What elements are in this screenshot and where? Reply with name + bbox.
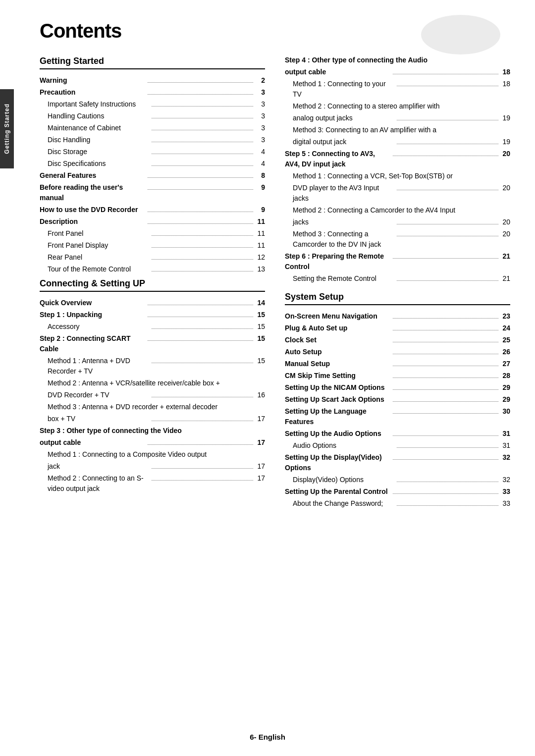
side-tab: Getting Started (0, 89, 14, 168)
toc-dots (152, 130, 254, 130)
toc-entry: Accessory15 (40, 322, 265, 332)
toc-label: DVD player to the AV3 Input jacks (293, 183, 395, 204)
toc-page: 20 (500, 217, 510, 227)
toc-page: 31 (500, 429, 510, 439)
toc-entry: Method 2 : Connecting to an S-video outp… (40, 473, 265, 494)
toc-label: On-Screen Menu Navigation (285, 311, 391, 322)
toc-dots (393, 459, 499, 460)
toc-label: digital output jack (293, 137, 395, 147)
toc-dots (152, 154, 254, 154)
toc-entry: About the Change Password;33 (285, 498, 510, 509)
toc-page: 17 (255, 473, 265, 484)
toc-system-setup: On-Screen Menu Navigation23Plug & Auto S… (285, 311, 510, 509)
toc-dots (152, 421, 254, 421)
toc-entry: Rear Panel12 (40, 252, 265, 263)
toc-page: 4 (255, 159, 265, 169)
toc-page: 24 (500, 323, 510, 333)
toc-label: Setting the Remote Control (293, 273, 395, 284)
step4-heading: Step 4 : Other type of connecting the Au… (285, 56, 428, 64)
toc-label: Handling Cautions (48, 111, 150, 121)
toc-page: 3 (255, 135, 265, 145)
toc-dots (152, 165, 254, 166)
toc-page: 17 (255, 414, 265, 424)
toc-dots (393, 156, 499, 156)
toc-entry: Disc Specifications4 (40, 159, 265, 169)
toc-page: 20 (500, 149, 510, 159)
toc-entry: Method 3: Connecting to an AV amplifier … (285, 125, 510, 135)
toc-page: 25 (500, 335, 510, 345)
toc-label: General Features (40, 170, 146, 181)
toc-page: 15 (255, 322, 265, 332)
toc-dots (152, 328, 254, 329)
toc-dots (152, 480, 254, 481)
toc-entry: Warning2 (40, 75, 265, 86)
toc-entry: output cable18 (285, 67, 510, 77)
toc-page: 3 (255, 99, 265, 109)
toc-label: Display(Video) Options (293, 475, 395, 485)
toc-page: 21 (500, 251, 510, 262)
toc-entry: How to use the DVD Recorder9 (40, 205, 265, 215)
toc-label: DVD Recorder + TV (48, 390, 150, 400)
toc-page: 28 (500, 371, 510, 381)
toc-dots (393, 413, 499, 414)
toc-page: 15 (255, 356, 265, 366)
toc-entry: On-Screen Menu Navigation23 (285, 311, 510, 322)
toc-entry: Description11 (40, 216, 265, 227)
toc-label: Method 1 : Connecting to your TV (293, 79, 395, 100)
toc-label: Step 3 : Other type of connecting the Vi… (40, 426, 265, 436)
toc-page: 3 (255, 111, 265, 121)
toc-entry: box + TV17 (40, 414, 265, 424)
toc-label: About the Change Password; (293, 498, 395, 509)
toc-entry: Quick Overview14 (40, 298, 265, 308)
toc-entry: jacks20 (285, 217, 510, 227)
toc-entry: DVD player to the AV3 Input jacks20 (285, 183, 510, 204)
toc-label: Auto Setup (285, 347, 391, 357)
toc-page: 20 (500, 183, 510, 193)
toc-page: 13 (255, 264, 265, 274)
toc-dots (393, 318, 499, 319)
toc-entry: Setting Up the NICAM Options29 (285, 382, 510, 393)
toc-label: Step 2 : Connecting SCART Cable (40, 333, 146, 354)
toc-entry: Manual Setup27 (285, 359, 510, 369)
toc-entry: Step 2 : Connecting SCART Cable15 (40, 333, 265, 354)
side-tab-label: Getting Started (3, 104, 10, 154)
toc-page: 9 (255, 205, 265, 215)
toc-dots (393, 401, 499, 402)
toc-entry: CM Skip Time Setting28 (285, 371, 510, 381)
toc-entry: Setting Up the Display(Video) Options32 (285, 452, 510, 473)
toc-dots (393, 74, 499, 74)
toc-label: Method 2 : Antenna + VCR/satellite recei… (48, 378, 265, 388)
toc-entry: Method 3 : Connecting a Camcorder to the… (285, 229, 510, 250)
toc-dots (393, 493, 499, 494)
toc-entry: Display(Video) Options32 (285, 475, 510, 485)
toc-dots (393, 378, 499, 378)
toc-entry: Method 2 : Antenna + VCR/satellite recei… (40, 378, 265, 388)
toc-label: Warning (40, 75, 146, 86)
toc-dots (152, 118, 254, 118)
toc-page: 31 (500, 440, 510, 451)
toc-entry: analog output jacks19 (285, 113, 510, 123)
toc-entry: Auto Setup26 (285, 347, 510, 357)
toc-entry: Tour of the Remote Control13 (40, 264, 265, 274)
toc-entry: Front Panel11 (40, 228, 265, 239)
toc-label: Setting Up the NICAM Options (285, 382, 391, 393)
toc-entry: Handling Cautions3 (40, 111, 265, 121)
toc-page: 26 (500, 347, 510, 357)
toc-page: 11 (255, 216, 265, 227)
toc-label: Clock Set (285, 335, 391, 345)
toc-label: Method 1 : Connecting a VCR, Set-Top Box… (293, 171, 510, 181)
toc-label: Method 1 : Antenna + DVD Recorder + TV (48, 356, 150, 377)
toc-label: Tour of the Remote Control (48, 264, 150, 274)
toc-step4: output cable18Method 1 : Connecting to y… (285, 67, 510, 284)
toc-page: 17 (255, 437, 265, 448)
toc-entry: Audio Options31 (285, 440, 510, 451)
toc-page: 32 (500, 475, 510, 485)
toc-entry: Plug & Auto Set up24 (285, 323, 510, 333)
toc-entry: Setting Up Scart Jack Options29 (285, 394, 510, 405)
toc-page: 9 (255, 182, 265, 193)
toc-label: jack (48, 461, 150, 472)
toc-dots (152, 397, 254, 397)
toc-entry: Setting Up the Language Features30 (285, 406, 510, 427)
toc-label: Precaution (40, 87, 146, 98)
toc-dots (397, 447, 499, 448)
